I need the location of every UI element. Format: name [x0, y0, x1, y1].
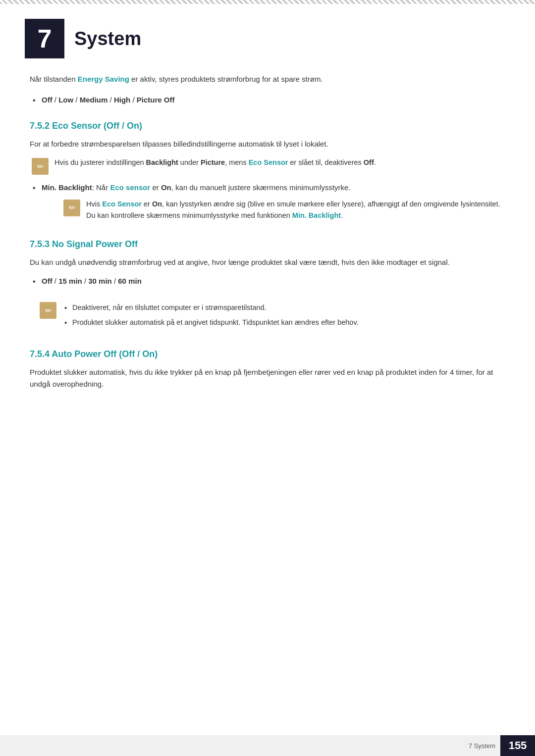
note1-text-mid1: under [178, 158, 201, 166]
options-list: Off / Low / Medium / High / Picture Off [30, 94, 505, 106]
section-753-note: Deaktiveret, når en tilsluttet computer … [40, 302, 505, 331]
note1-text: Hvis du justerer indstillingen Backlight… [54, 157, 505, 168]
753-opt-off: Off [42, 277, 53, 285]
section-753: 7.5.3 No Signal Power Off Du kan undgå u… [30, 239, 505, 331]
753-sep3: / [112, 277, 118, 285]
min-backlight-end: , kan du manuelt justere skærmens minimu… [171, 183, 351, 192]
note3-bullets: Deaktiveret, når en tilsluttet computer … [62, 302, 505, 328]
note2-bold2: On [152, 200, 162, 208]
section-752-desc: For at forbedre strømbesparelsen tilpass… [30, 138, 505, 150]
note1-bold3: Eco Sensor [249, 158, 288, 166]
option-picture-off: Picture Off [137, 96, 175, 104]
note2-bold1: Eco Sensor [102, 200, 142, 208]
options-list-item: Off / Low / Medium / High / Picture Off [30, 94, 505, 106]
min-backlight-on: On [161, 183, 171, 192]
753-sep2: / [82, 277, 89, 285]
note1-bold4: Off [364, 158, 374, 166]
section-752-note1: Hvis du justerer indstillingen Backlight… [30, 157, 505, 175]
753-sep1: / [53, 277, 59, 285]
section-752: 7.5.2 Eco Sensor (Off / On) For at forbe… [30, 121, 505, 221]
option-medium: Medium [80, 96, 108, 104]
intro-bold-term: Energy Saving [78, 75, 129, 83]
option-low: Low [58, 96, 73, 104]
top-decorative-stripe [0, 0, 535, 4]
section-752-note2: Hvis Eco Sensor er On, kan lysstyrken æn… [63, 199, 505, 221]
min-backlight-eco: Eco sensor [110, 183, 150, 192]
753-options-item: Off / 15 min / 30 min / 60 min [30, 275, 505, 287]
option-high: High [114, 96, 130, 104]
note1-text-mid3: er slået til, deaktiveres [288, 158, 363, 166]
note-icon-3 [40, 302, 56, 319]
section-754: 7.5.4 Auto Power Off (Off / On) Produkte… [30, 349, 505, 390]
min-backlight-item: Min. Backlight: Når Eco sensor er On, ka… [30, 182, 505, 221]
note-icon-2 [63, 200, 80, 216]
min-backlight-label: Min. Backlight [42, 183, 92, 192]
option-sep1: / [53, 96, 59, 104]
753-opt-30: 30 min [88, 277, 112, 285]
min-backlight-list: Min. Backlight: Når Eco sensor er On, ka… [30, 182, 505, 221]
note1-text-before: Hvis du justerer indstillingen [54, 158, 146, 166]
intro-text-before: Når tilstanden [30, 75, 78, 83]
note2-text-before: Hvis [86, 200, 102, 208]
note-icon-1 [32, 158, 49, 175]
option-sep3: / [107, 96, 114, 104]
intro-text-after: er aktiv, styres produktets strømforbrug… [129, 75, 323, 83]
chapter-header: 7 System [0, 4, 535, 68]
section-754-desc: Produktet slukker automatisk, hvis du ik… [30, 366, 505, 390]
min-backlight-sep: : Når [92, 183, 110, 192]
footer-page-number: 155 [500, 735, 535, 756]
option-off: Off [42, 96, 53, 104]
footer-label: 7 System [469, 742, 495, 750]
note1-text-mid2: , mens [225, 158, 249, 166]
753-opt-60: 60 min [118, 277, 142, 285]
753-options-list: Off / 15 min / 30 min / 60 min [30, 275, 505, 287]
note2-bold3: Min. Backlight [292, 211, 341, 219]
section-752-heading: 7.5.2 Eco Sensor (Off / On) [30, 121, 505, 131]
page-footer: 7 System 155 [0, 735, 535, 756]
note2-text: Hvis Eco Sensor er On, kan lysstyrken æn… [86, 199, 505, 221]
intro-paragraph: Når tilstanden Energy Saving er aktiv, s… [30, 73, 505, 85]
note3-bullet1: Deaktiveret, når en tilsluttet computer … [62, 302, 505, 313]
note1-text-end: . [374, 158, 376, 166]
753-opt-15: 15 min [58, 277, 82, 285]
min-backlight-mid: er [150, 183, 161, 192]
chapter-number-box: 7 [25, 19, 64, 58]
option-sep2: / [73, 96, 80, 104]
main-content: Når tilstanden Energy Saving er aktiv, s… [0, 68, 535, 438]
chapter-title: System [74, 28, 141, 50]
note2-text-end: . [341, 211, 343, 219]
note1-bold1: Backlight [146, 158, 178, 166]
note1-bold2: Picture [201, 158, 225, 166]
section-753-desc: Du kan undgå unødvendig strømforbrug ved… [30, 256, 505, 268]
note3-bullet2: Produktet slukker automatisk på et angiv… [62, 317, 505, 328]
option-sep4: / [130, 96, 137, 104]
section-753-heading: 7.5.3 No Signal Power Off [30, 239, 505, 250]
section-754-heading: 7.5.4 Auto Power Off (Off / On) [30, 349, 505, 359]
note2-text-mid1: er [142, 200, 152, 208]
note3-content: Deaktiveret, når en tilsluttet computer … [62, 302, 505, 331]
chapter-number: 7 [38, 26, 52, 51]
